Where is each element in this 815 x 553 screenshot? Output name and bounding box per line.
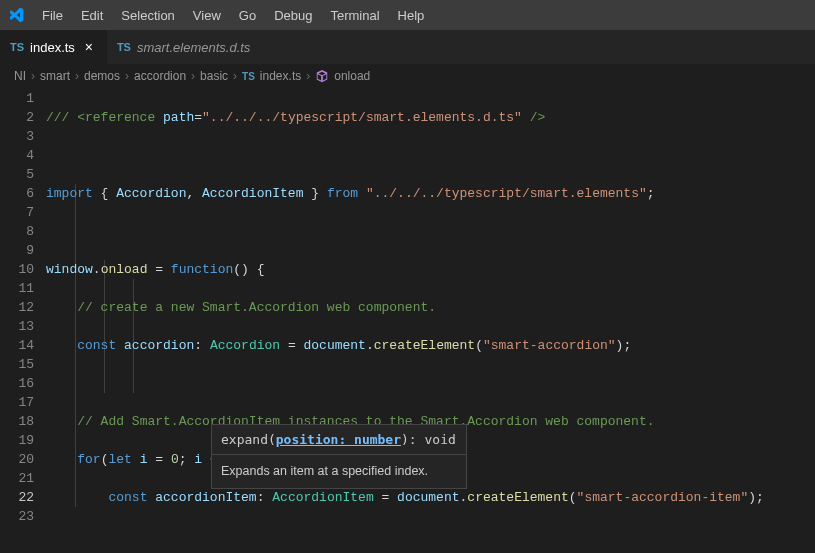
breadcrumb-part[interactable]: basic xyxy=(200,69,228,83)
breadcrumb-part[interactable]: demos xyxy=(84,69,120,83)
tooltip-signature: expand(position: number): void xyxy=(212,425,466,455)
breadcrumb-part[interactable]: accordion xyxy=(134,69,186,83)
tab-smart-elements[interactable]: TS smart.elements.d.ts xyxy=(107,30,261,64)
breadcrumb[interactable]: NI › smart › demos › accordion › basic ›… xyxy=(0,65,815,87)
menu-go[interactable]: Go xyxy=(231,4,264,27)
line-numbers: 1234567891011121314151617181920212223 xyxy=(0,87,46,553)
breadcrumb-symbol[interactable]: onload xyxy=(334,69,370,83)
chevron-right-icon: › xyxy=(306,69,310,83)
chevron-right-icon: › xyxy=(125,69,129,83)
tooltip-description: Expands an item at a specified index. xyxy=(212,455,466,488)
chevron-right-icon: › xyxy=(233,69,237,83)
code-editor[interactable]: 1234567891011121314151617181920212223 //… xyxy=(0,87,815,553)
tab-label: index.ts xyxy=(30,40,75,55)
menu-selection[interactable]: Selection xyxy=(113,4,182,27)
typescript-icon: TS xyxy=(242,71,255,82)
menu-terminal[interactable]: Terminal xyxy=(322,4,387,27)
method-icon xyxy=(315,69,329,83)
typescript-icon: TS xyxy=(117,41,131,53)
chevron-right-icon: › xyxy=(31,69,35,83)
signature-help-tooltip: expand(position: number): void Expands a… xyxy=(211,424,467,489)
close-icon[interactable]: × xyxy=(81,39,97,55)
vscode-logo-icon xyxy=(8,7,24,23)
menu-help[interactable]: Help xyxy=(390,4,433,27)
editor-tabs: TS index.ts × TS smart.elements.d.ts xyxy=(0,30,815,65)
main-menu: File Edit Selection View Go Debug Termin… xyxy=(34,4,432,27)
tab-index-ts[interactable]: TS index.ts × xyxy=(0,30,107,64)
tab-label: smart.elements.d.ts xyxy=(137,40,250,55)
chevron-right-icon: › xyxy=(191,69,195,83)
breadcrumb-file[interactable]: index.ts xyxy=(260,69,301,83)
menu-debug[interactable]: Debug xyxy=(266,4,320,27)
menu-file[interactable]: File xyxy=(34,4,71,27)
breadcrumb-part[interactable]: smart xyxy=(40,69,70,83)
menu-view[interactable]: View xyxy=(185,4,229,27)
active-parameter: position: number xyxy=(276,432,401,447)
typescript-icon: TS xyxy=(10,41,24,53)
menu-edit[interactable]: Edit xyxy=(73,4,111,27)
chevron-right-icon: › xyxy=(75,69,79,83)
breadcrumb-root[interactable]: NI xyxy=(14,69,26,83)
titlebar: File Edit Selection View Go Debug Termin… xyxy=(0,0,815,30)
